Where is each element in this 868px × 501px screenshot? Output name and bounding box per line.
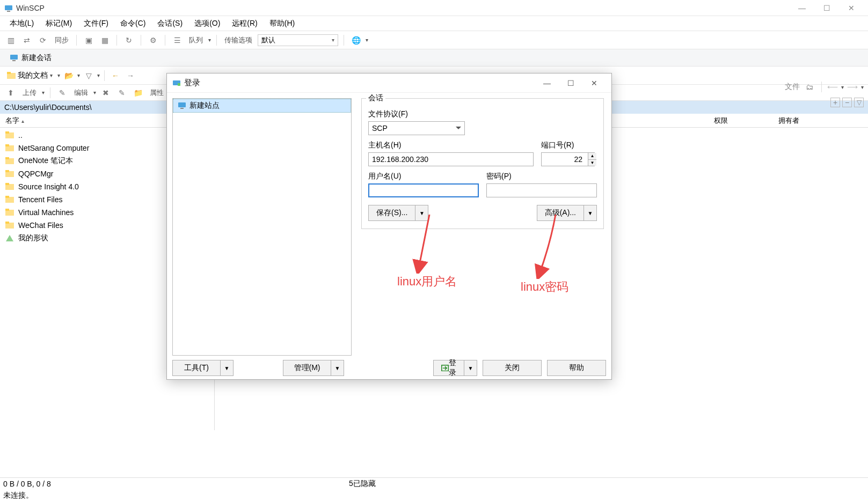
open-folder-icon[interactable]: 📂 bbox=[62, 69, 75, 82]
session-tabs: 新建会话 bbox=[0, 49, 868, 67]
svg-rect-21 bbox=[5, 222, 9, 224]
properties-label[interactable]: 属性 bbox=[148, 88, 166, 98]
password-input[interactable] bbox=[486, 183, 597, 197]
monitor-icon bbox=[10, 54, 18, 62]
site-list-panel: 新建站点 bbox=[167, 93, 357, 356]
queue-dropdown[interactable]: ▾ bbox=[208, 37, 211, 43]
close-dialog-button[interactable]: 关闭 bbox=[483, 360, 542, 376]
new-session-label: 新建会话 bbox=[21, 53, 52, 63]
filter-toggle-icon[interactable]: ▽ bbox=[854, 98, 864, 107]
menu-file[interactable]: 文件(F) bbox=[78, 17, 114, 31]
edit-icon[interactable]: ✎ bbox=[56, 86, 69, 99]
save-dropdown[interactable] bbox=[415, 205, 428, 221]
menu-mark[interactable]: 标记(M) bbox=[40, 17, 77, 31]
app-icon bbox=[4, 4, 13, 12]
tools-dropdown[interactable] bbox=[221, 360, 234, 376]
edit-label[interactable]: 编辑 bbox=[72, 88, 90, 98]
tree-icon[interactable]: 🗂 bbox=[803, 80, 816, 93]
newdir-icon[interactable]: 📁 bbox=[132, 86, 144, 99]
transfer-preset-combo[interactable]: 默认 bbox=[258, 34, 338, 46]
menu-help[interactable]: 帮助(H) bbox=[264, 17, 300, 31]
username-input[interactable] bbox=[368, 183, 479, 197]
back-icon[interactable]: ← bbox=[109, 69, 122, 82]
tools-button-label: 工具(T) bbox=[172, 360, 221, 376]
svg-rect-9 bbox=[5, 144, 9, 146]
menu-session[interactable]: 会话(S) bbox=[152, 17, 188, 31]
settings-icon[interactable]: ⚙ bbox=[147, 34, 159, 47]
menu-options[interactable]: 选项(O) bbox=[189, 17, 225, 31]
new-session-tab[interactable]: 新建会话 bbox=[4, 51, 57, 65]
refresh-icon[interactable]: ↻ bbox=[122, 34, 135, 47]
port-input[interactable] bbox=[541, 152, 595, 166]
menu-local[interactable]: 本地(L) bbox=[4, 17, 39, 31]
col-permissions[interactable]: 权限 bbox=[709, 116, 773, 126]
status-connection: 未连接。 bbox=[3, 491, 33, 500]
queue-icon[interactable]: ☰ bbox=[171, 34, 184, 47]
minimize-button[interactable]: — bbox=[790, 0, 814, 16]
new-site-item[interactable]: 新建站点 bbox=[173, 99, 351, 113]
password-label: 密码(P) bbox=[486, 172, 597, 181]
site-list[interactable]: 新建站点 bbox=[172, 98, 352, 356]
tools-button[interactable]: 工具(T) bbox=[172, 360, 234, 376]
sync-label[interactable]: 同步 bbox=[53, 35, 71, 45]
host-input[interactable] bbox=[368, 152, 534, 166]
svg-rect-13 bbox=[5, 170, 9, 172]
monitor-icon bbox=[178, 102, 186, 109]
menu-remote[interactable]: 远程(R) bbox=[227, 17, 262, 31]
upload-icon[interactable]: ⬆ bbox=[4, 86, 17, 99]
session-settings-panel: 会话 文件协议(F) SCP 主机名(H) 端口号(R) ▲▼ bbox=[357, 93, 611, 356]
sync-icon[interactable]: ⟳ bbox=[37, 34, 49, 47]
expand-icon[interactable]: + bbox=[830, 98, 840, 107]
sync-browse-icon[interactable]: ▥ bbox=[4, 34, 17, 47]
new-site-label: 新建站点 bbox=[189, 101, 220, 110]
svg-rect-26 bbox=[180, 108, 184, 109]
login-dialog: 登录 — ☐ ✕ 新建站点 会话 文件协议(F) SCP bbox=[166, 73, 612, 380]
main-toolbar: ▥ ⇄ ⟳ 同步 ▣ ▦ ↻ ⚙ ☰ 队列 ▾ 传输选项 默认 🌐 ▾ bbox=[0, 31, 868, 49]
maximize-button[interactable]: ☐ bbox=[814, 0, 839, 16]
port-spinner[interactable]: ▲▼ bbox=[588, 153, 596, 166]
host-label: 主机名(H) bbox=[368, 141, 534, 150]
col-name[interactable]: 名字 ▴ bbox=[0, 116, 171, 126]
shapes-icon bbox=[5, 234, 14, 242]
stop-icon[interactable]: ▦ bbox=[98, 34, 111, 47]
svg-rect-19 bbox=[5, 209, 9, 211]
dialog-minimize-button[interactable]: — bbox=[535, 75, 559, 92]
globe-dropdown[interactable]: ▾ bbox=[366, 37, 368, 43]
dialog-close-button[interactable]: ✕ bbox=[582, 75, 606, 92]
forward-icon[interactable]: → bbox=[124, 69, 137, 82]
delete-icon[interactable]: ✖ bbox=[99, 86, 112, 99]
collapse-icon[interactable]: − bbox=[842, 98, 852, 107]
svg-rect-24 bbox=[178, 83, 180, 86]
login-dropdown[interactable] bbox=[464, 360, 477, 376]
forward-icon[interactable]: ⟶ bbox=[847, 83, 858, 91]
compare-icon[interactable]: ⇄ bbox=[20, 34, 33, 47]
back-icon[interactable]: ⟵ bbox=[827, 83, 838, 91]
protocol-select[interactable]: SCP bbox=[368, 121, 465, 135]
local-drive-combo[interactable]: 我的文档 ▾ bbox=[4, 69, 55, 82]
folder-icon bbox=[5, 222, 14, 229]
queue-label[interactable]: 队列 bbox=[187, 35, 205, 45]
svg-rect-25 bbox=[178, 102, 186, 107]
dialog-maximize-button[interactable]: ☐ bbox=[559, 75, 582, 92]
upload-label[interactable]: 上传 bbox=[20, 88, 39, 98]
login-button[interactable]: 登录 bbox=[433, 360, 477, 376]
menubar: 本地(L) 标记(M) 文件(F) 命令(C) 会话(S) 选项(O) 远程(R… bbox=[0, 16, 868, 31]
close-button[interactable]: ✕ bbox=[839, 0, 864, 16]
rename-icon[interactable]: ✎ bbox=[115, 86, 128, 99]
terminal-icon[interactable]: ▣ bbox=[82, 34, 95, 47]
advanced-button[interactable]: 高级(A)... bbox=[537, 205, 597, 221]
filter-icon[interactable]: ▽ bbox=[82, 69, 95, 82]
globe-icon[interactable]: 🌐 bbox=[349, 34, 362, 47]
manage-dropdown[interactable] bbox=[331, 360, 344, 376]
manage-button[interactable]: 管理(M) bbox=[283, 360, 344, 376]
menu-command[interactable]: 命令(C) bbox=[115, 17, 151, 31]
history-dropdown[interactable]: ▾ bbox=[57, 72, 60, 78]
save-button[interactable]: 保存(S)... bbox=[368, 205, 428, 221]
svg-rect-15 bbox=[5, 183, 9, 185]
col-owner[interactable]: 拥有者 bbox=[773, 116, 837, 126]
current-path: C:\Users\yulir\Documents\ bbox=[4, 103, 92, 112]
svg-rect-11 bbox=[5, 157, 9, 159]
folder-icon bbox=[5, 183, 14, 190]
advanced-dropdown[interactable] bbox=[584, 205, 597, 221]
help-button[interactable]: 帮助 bbox=[547, 360, 606, 376]
